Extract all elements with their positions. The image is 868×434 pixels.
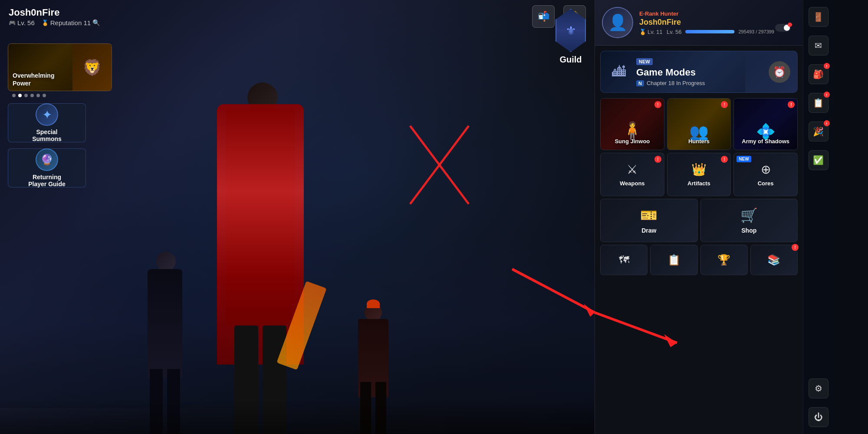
bottom-icons-row: 🗺 📋 🏆 📚 ! <box>595 245 803 280</box>
inventory-notif: ! <box>824 63 830 69</box>
dot-6 <box>43 94 46 97</box>
rank-lv-label: Lv. 11 <box>648 29 662 35</box>
hunters-item[interactable]: 👥 ! Hunters <box>667 98 731 150</box>
guild-label: Guild <box>559 55 582 65</box>
weapons-item[interactable]: ! ⚔ Weapons <box>600 153 664 196</box>
avatar-inner: 👤 <box>603 8 632 37</box>
right-panel: 👤 E-Rank Hunter Josh0nFire 🏅 Lv. 11 Lv. … <box>595 0 803 434</box>
mail-icon: ✉ <box>815 40 822 51</box>
guide-orb: 🔮 <box>36 148 58 171</box>
book-icon: 📚 <box>767 254 780 266</box>
tasks-icon: 📋 <box>667 254 681 266</box>
army-shadows-item[interactable]: 💠 ! Army of Shadows <box>733 98 798 150</box>
events-icon: 🎉 <box>813 126 824 137</box>
reputation-label: Reputation 11 <box>50 19 91 26</box>
game-area: Josh0nFire 🎮 Lv. 56 🏅 Reputation 11 🔍 📬 … <box>0 0 595 434</box>
dot-1 <box>12 94 16 97</box>
cores-label: Cores <box>758 180 774 187</box>
toggle-settings[interactable] <box>775 24 791 32</box>
ranking-icon: 🏆 <box>717 254 730 266</box>
settings-btn[interactable]: ⚙ <box>809 378 829 398</box>
cores-icon: ⊕ <box>761 162 771 177</box>
book-notif: ! <box>792 244 799 251</box>
search-icon[interactable]: 🔍 <box>92 19 100 26</box>
rank-badge: E-Rank Hunter <box>639 10 774 17</box>
summons-orb: ✦ <box>36 103 58 126</box>
weapons-label: Weapons <box>620 180 645 187</box>
settings-notification <box>788 23 792 27</box>
power-btn[interactable]: ⏻ <box>809 407 829 427</box>
returning-guide-label: ReturningPlayer Guide <box>28 174 66 187</box>
hunters-label: Hunters <box>688 138 710 145</box>
door-icon: 🚪 <box>813 12 824 22</box>
draw-item[interactable]: 🎫 Draw <box>600 199 698 242</box>
artifacts-label: Artifacts <box>687 180 710 187</box>
army-of-shadows-label: Army of Shadows <box>742 138 789 145</box>
game-modes-banner[interactable]: 🏙 NEW Game Modes N Chapter 18 In Progres… <box>600 51 798 93</box>
xp-bar <box>685 30 735 33</box>
player-avatar: 👤 <box>602 7 633 38</box>
bottom-icon-tasks[interactable]: 📋 <box>650 245 697 275</box>
dot-2 <box>18 94 22 97</box>
army-notif: ! <box>788 101 795 108</box>
draw-shop-grid: 🎫 Draw 🛒 Shop <box>595 199 803 245</box>
notification-btn-1[interactable]: 📬 <box>532 5 555 28</box>
shop-label: Shop <box>741 227 756 234</box>
game-modes-title: Game Modes <box>636 67 763 78</box>
level-stat: 🎮 Lv. 56 <box>9 19 35 26</box>
power-icon: ⏻ <box>814 412 823 422</box>
banner-character-art: 🦁 <box>72 44 112 91</box>
sidebar-tasks-icon: ✅ <box>813 155 824 165</box>
sidebar-door-btn[interactable]: 🚪 <box>809 7 829 27</box>
profile-info: E-Rank Hunter Josh0nFire 🏅 Lv. 11 Lv. 56… <box>639 10 774 35</box>
player-info: Josh0nFire 🎮 Lv. 56 🏅 Reputation 11 🔍 <box>9 7 100 26</box>
artifacts-item[interactable]: ! 👑 Artifacts <box>667 153 731 196</box>
settings-icon: ⚙ <box>815 383 822 394</box>
sung-jinwoo-item[interactable]: 🧍 ! Sung Jinwoo <box>600 98 664 150</box>
sidebar-events-btn[interactable]: 🎉 ! <box>809 122 829 141</box>
shop-icon: 🛒 <box>740 207 758 224</box>
artifacts-notif: ! <box>721 156 728 163</box>
guide-icon: 🔮 <box>36 148 58 171</box>
sung-jinwoo-label: Sung Jinwoo <box>615 138 650 145</box>
chapter-label: Chapter 18 In Progress <box>647 80 705 86</box>
bottom-icon-ranking[interactable]: 🏆 <box>700 245 748 275</box>
profile-lv-num: Lv. 56 <box>667 29 681 35</box>
returning-guide-btn[interactable]: 🔮 ReturningPlayer Guide <box>8 148 86 187</box>
sidebar-tasks-btn[interactable]: ✅ <box>809 150 829 170</box>
special-summons-btn[interactable]: ✦ SpecialSummons <box>8 103 86 142</box>
weapons-notif: ! <box>654 156 661 163</box>
profile-level-row: 🏅 Lv. 11 Lv. 56 295493 / 297399 <box>639 29 774 35</box>
player-stats: 🎮 Lv. 56 🏅 Reputation 11 🔍 <box>9 19 100 26</box>
banner-grid: 🧍 ! Sung Jinwoo 👥 ! Hunters 💠 ! Army of … <box>595 98 803 153</box>
map-icon: 🗺 <box>619 254 629 266</box>
bg-structure <box>0 234 595 408</box>
level-label: Lv. 56 <box>17 19 35 26</box>
level-icon: 🎮 <box>9 20 16 26</box>
list-notif: ! <box>824 92 830 98</box>
artifacts-icon: 👑 <box>691 162 707 177</box>
carousel-dots <box>12 94 112 97</box>
shop-item[interactable]: 🛒 Shop <box>700 199 798 242</box>
rank-lv-icon: 🏅 <box>639 29 646 35</box>
bottom-icon-book[interactable]: 📚 ! <box>750 245 798 275</box>
guild-shield-icon: ⚜ <box>556 9 586 52</box>
sidebar-inventory-btn[interactable]: 🎒 ! <box>809 64 829 84</box>
overwhelming-power-banner[interactable]: 🦁 OverwhelmingPower <box>8 43 112 91</box>
profile-header: 👤 E-Rank Hunter Josh0nFire 🏅 Lv. 11 Lv. … <box>595 0 803 46</box>
reputation-stat: 🏅 Reputation 11 🔍 <box>42 19 100 26</box>
game-modes-sub: N Chapter 18 In Progress <box>636 80 763 86</box>
top-hud: Josh0nFire 🎮 Lv. 56 🏅 Reputation 11 🔍 📬 … <box>0 0 595 33</box>
left-sidebar: 🦁 OverwhelmingPower ✦ SpecialSummons 🔮 R… <box>8 43 112 187</box>
cores-item[interactable]: NEW ⊕ Cores <box>733 153 798 196</box>
sidebar-list-btn[interactable]: 📋 ! <box>809 93 829 113</box>
scene-floor <box>0 399 595 434</box>
bottom-icon-map[interactable]: 🗺 <box>600 245 648 275</box>
weapons-icon: ⚔ <box>627 162 638 177</box>
dot-3 <box>24 94 28 97</box>
guild-btn[interactable]: ⚜ Guild <box>556 9 586 65</box>
xp-bar-fill <box>685 30 735 33</box>
sidebar-mail-btn[interactable]: ✉ <box>809 36 829 56</box>
n-badge: N <box>636 80 644 86</box>
summons-icon: ✦ <box>36 103 58 126</box>
